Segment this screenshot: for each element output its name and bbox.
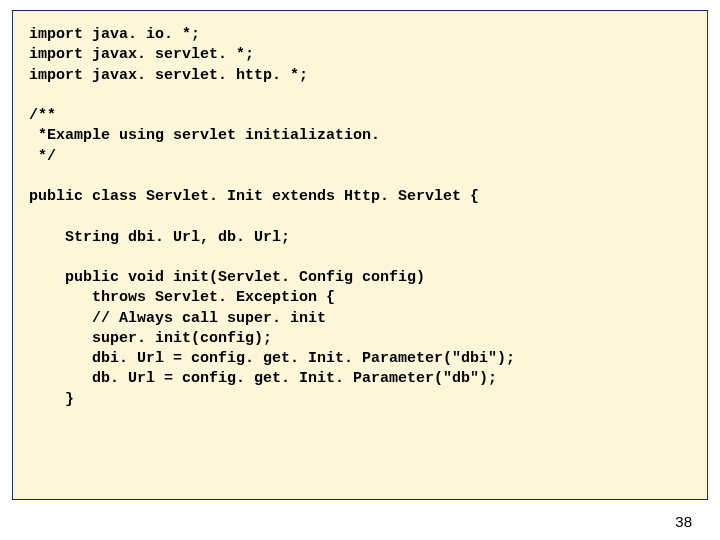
code-line: public class Servlet. Init extends Http.… [29, 188, 479, 205]
code-line: dbi. Url = config. get. Init. Parameter(… [92, 350, 515, 367]
code-line: } [65, 391, 74, 408]
code-line: db. Url = config. get. Init. Parameter("… [92, 370, 497, 387]
code-line: throws Servlet. Exception { [92, 289, 335, 306]
slide: import java. io. *; import javax. servle… [0, 0, 720, 540]
code-line: public void init(Servlet. Config config) [65, 269, 425, 286]
code-line: super. init(config); [92, 330, 272, 347]
code-line: String dbi. Url, db. Url; [65, 229, 290, 246]
page-number: 38 [675, 513, 692, 530]
code-line: import java. io. *; [29, 26, 200, 43]
code-line: import javax. servlet. *; [29, 46, 254, 63]
code-block: import java. io. *; import javax. servle… [12, 10, 708, 500]
code-line: */ [29, 148, 56, 165]
code-line: // Always call super. init [92, 310, 326, 327]
code-line: *Example using servlet initialization. [29, 127, 380, 144]
code-line: /** [29, 107, 56, 124]
code-line: import javax. servlet. http. *; [29, 67, 308, 84]
